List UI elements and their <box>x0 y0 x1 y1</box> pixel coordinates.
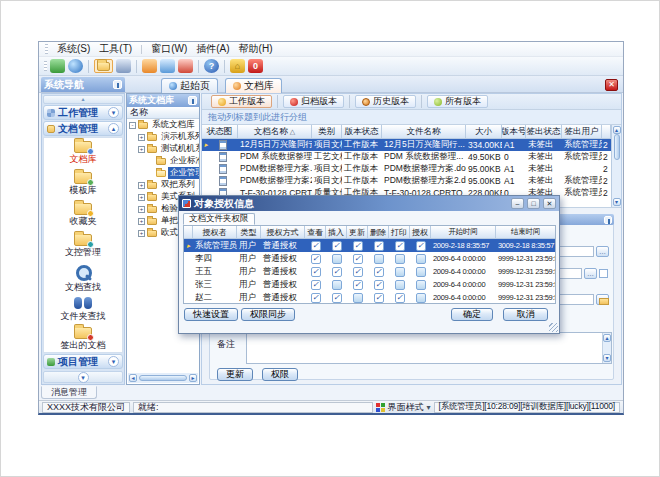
scrollbar-thumb[interactable] <box>139 375 187 381</box>
sidebar-item-template-library[interactable]: 模板库 <box>44 172 122 203</box>
tree-item[interactable]: 企业标准化文件 <box>127 155 199 167</box>
insert-checkbox[interactable] <box>332 293 342 303</box>
tab-history-version[interactable]: 历史版本 <box>355 95 416 108</box>
grant-checkbox[interactable] <box>416 280 426 290</box>
menu-item-tools[interactable]: 工具(T) <box>99 42 132 56</box>
chevron-down-icon[interactable] <box>108 107 119 118</box>
column-view[interactable]: 查看 <box>305 226 326 239</box>
column-update[interactable]: 更新 <box>347 226 368 239</box>
menu-item-help[interactable]: 帮助(H) <box>239 42 273 56</box>
drive-icon[interactable] <box>116 59 131 73</box>
column-size[interactable]: 大小 <box>466 125 502 139</box>
scrollbar-thumb[interactable] <box>614 134 620 160</box>
sidebar-more-strip[interactable] <box>43 371 123 383</box>
chevron-down-icon[interactable] <box>108 356 119 367</box>
update-checkbox[interactable] <box>353 293 363 303</box>
sidebar-item-favorites[interactable]: 收藏夹 <box>44 203 122 234</box>
column-grant[interactable]: 授权 <box>410 226 431 239</box>
tree-item[interactable]: + 双把系列 <box>127 179 199 191</box>
grant-checkbox[interactable] <box>416 267 426 277</box>
scroll-up-icon[interactable] <box>603 334 611 342</box>
tree-toggle-icon[interactable]: + <box>138 182 145 189</box>
ellipsis-button[interactable] <box>596 246 609 257</box>
grant-checkbox[interactable] <box>416 254 426 264</box>
resize-grip-icon[interactable] <box>549 323 558 332</box>
print-checkbox[interactable] <box>395 280 405 290</box>
group-doc-management[interactable]: 文档管理 <box>43 121 123 136</box>
table-row[interactable]: 12月5日万兴隆同行... 项目文档 工作版本 12月5日万兴隆同行... 33… <box>202 139 621 151</box>
scroll-down-icon[interactable] <box>603 354 611 362</box>
column-doc-name[interactable]: 文档名称△ <box>238 125 312 139</box>
tree-toggle-icon[interactable]: + <box>138 206 145 213</box>
group-work-management[interactable]: 工作管理 <box>43 105 123 120</box>
property-input[interactable] <box>554 294 594 305</box>
print-checkbox[interactable] <box>395 293 405 303</box>
tree-toggle-icon[interactable]: + <box>138 146 145 153</box>
view-checkbox[interactable] <box>311 280 321 290</box>
tree-horizontal-scrollbar[interactable] <box>128 373 198 383</box>
insert-checkbox[interactable] <box>332 280 342 290</box>
update-checkbox[interactable] <box>353 280 363 290</box>
scroll-right-icon[interactable] <box>189 374 197 382</box>
dialog-titlebar[interactable]: 对象授权信息 <box>179 196 559 211</box>
tree-toggle-icon[interactable]: - <box>129 122 136 129</box>
column-print[interactable]: 打印 <box>389 226 410 239</box>
remark-textarea[interactable] <box>246 332 612 364</box>
view-checkbox[interactable] <box>311 254 321 264</box>
remark-scrollbar[interactable] <box>602 333 611 363</box>
tab-doc-library[interactable]: 文档库 <box>225 78 282 93</box>
permission-row[interactable]: 系统管理员 用户 普通授权 2009-2-18 8:35:57 3009-2-1… <box>184 239 555 252</box>
column-grantee[interactable]: 授权者 <box>193 226 237 239</box>
sidebar-item-folder-search[interactable]: 文件夹查找 <box>44 296 122 327</box>
maximize-icon[interactable] <box>527 198 540 209</box>
help-icon[interactable] <box>204 59 219 73</box>
tree-item[interactable]: + 测试机机系列 <box>127 143 199 155</box>
view-checkbox[interactable] <box>311 241 321 251</box>
globe-icon[interactable] <box>68 59 83 73</box>
print-checkbox[interactable] <box>395 267 405 277</box>
table-row[interactable]: PDM数据整理方案.doc 项目文档 工作版本 PDM数据整理方案.doc 95… <box>202 163 621 175</box>
update-checkbox[interactable] <box>353 267 363 277</box>
tab-folder-permissions[interactable]: 文档文件夹权限 <box>183 213 255 225</box>
lock-icon[interactable] <box>230 59 245 73</box>
group-by-bar[interactable]: 拖动列标题到此进行分组 <box>202 110 621 125</box>
minimize-icon[interactable] <box>511 198 524 209</box>
scroll-up-icon[interactable] <box>613 126 621 134</box>
open-folder-icon[interactable] <box>94 59 113 73</box>
quick-setup-button[interactable]: 快速设置 <box>184 308 238 321</box>
ellipsis-button[interactable] <box>584 268 597 279</box>
tab-message-management[interactable]: 消息管理 <box>41 386 97 399</box>
column-version-no[interactable]: 版本号 <box>502 125 526 139</box>
column-grant-mode[interactable]: 授权方式 <box>261 226 305 239</box>
new-mail-icon[interactable] <box>142 59 157 73</box>
permission-row[interactable]: 赵二 用户 普通授权 2009-6-4 0:00:00 9999-12-31 2… <box>184 291 555 304</box>
tab-start-page[interactable]: 起始页 <box>161 78 218 93</box>
grant-checkbox[interactable] <box>416 241 426 251</box>
pin-icon[interactable] <box>113 80 122 89</box>
delete-checkbox[interactable] <box>374 241 384 251</box>
insert-checkbox[interactable] <box>332 241 342 251</box>
column-delete[interactable]: 删除 <box>368 226 389 239</box>
view-checkbox[interactable] <box>311 267 321 277</box>
schedule-doc-icon[interactable] <box>160 59 175 73</box>
column-checkout-user[interactable]: 签出用户 <box>562 125 602 139</box>
column-end-time[interactable]: 结束时间 <box>496 226 556 239</box>
table-row[interactable]: PDM 系统数据整理检... 工艺文档 工作版本 PDM 系统数据整理... 4… <box>202 151 621 163</box>
table-vertical-scrollbar[interactable] <box>611 125 621 207</box>
network-icon[interactable] <box>50 59 65 73</box>
sidebar-item-doc-control[interactable]: 文控管理 <box>44 234 122 265</box>
ok-button[interactable]: 确定 <box>451 308 493 321</box>
view-checkbox[interactable] <box>311 293 321 303</box>
delete-checkbox[interactable] <box>374 254 384 264</box>
table-row[interactable]: PDM数据整理方案2.doc 项目文档 工作版本 PDM数据整理方案2.doc … <box>202 175 621 187</box>
grant-checkbox[interactable] <box>416 293 426 303</box>
perm-sync-button[interactable]: 权限同步 <box>241 308 295 321</box>
close-icon[interactable] <box>543 198 556 209</box>
tree-item[interactable]: + 演示机系列 <box>127 131 199 143</box>
sidebar-item-doc-search[interactable]: 文档查找 <box>44 265 122 296</box>
column-category[interactable]: 类别 <box>312 125 342 139</box>
pin-icon[interactable] <box>604 216 612 224</box>
column-type[interactable]: 类型 <box>237 226 261 239</box>
delete-checkbox[interactable] <box>374 267 384 277</box>
scroll-left-icon[interactable] <box>129 374 137 382</box>
